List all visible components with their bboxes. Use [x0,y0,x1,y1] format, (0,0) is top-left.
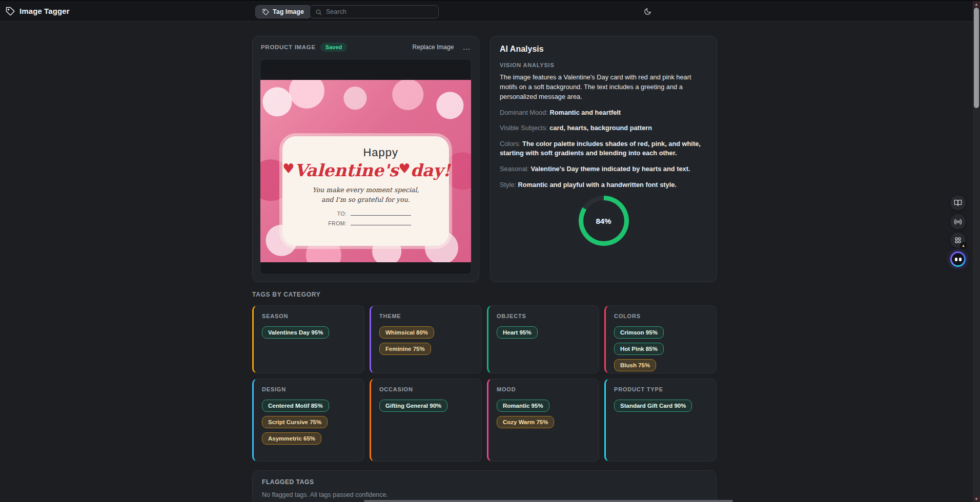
category-card-occasion: OCCASION Gifting General 90% [370,379,482,462]
tag-pill[interactable]: Whimsical 80% [379,326,434,339]
tag-pill[interactable]: Crimson 95% [614,326,664,339]
theme-toggle-button[interactable] [641,7,654,16]
vision-analysis-label: VISION ANALYSIS [500,62,707,68]
tag-image-label: Tag Image [273,8,304,15]
tag-pill[interactable]: Standard Gift Card 90% [614,400,692,412]
book-icon [954,199,962,207]
more-options-button[interactable]: ... [463,45,471,50]
category-label: MOOD [497,386,590,392]
ai-analysis-card: AI Analysis VISION ANALYSIS The image fe… [490,36,717,282]
tags-by-category-title: TAGS BY CATEGORY [252,291,320,298]
moon-icon [644,8,651,15]
valentine-script-text: ♥Valentine's♥day! [282,160,449,180]
scroll-down-arrow[interactable]: ▼ [973,496,980,502]
ai-field-visible-subjects: Visible Subjects: card, hearts, backgrou… [500,123,707,133]
heart-icon: ♥ [282,161,294,176]
tag-icon [6,7,15,16]
tag-pill[interactable]: Centered Motif 85% [262,400,329,412]
card-fill-lines: TO: FROM: [282,211,449,226]
category-label: OCCASION [379,386,473,392]
flagged-tags-title: FLAGGED TAGS [262,478,707,486]
scrollbar-thumb[interactable] [974,8,979,108]
category-label: COLORS [614,313,708,319]
card-message: You make every moment special, and I'm s… [282,185,449,205]
assistant-extension-icon [952,253,964,265]
product-card-header: PRODUCT IMAGE Saved Replace Image ... [253,36,479,52]
category-card-objects: OBJECTS Heart 95% [487,305,599,373]
app-logo: Image Tagger [6,7,70,16]
scroll-up-arrow[interactable]: ▲ [973,1,980,8]
product-photo: Happy ♥Valentine's♥day! You make every m… [260,80,471,262]
category-card-colors: COLORS Crimson 95% Hot Pink 85% Blush 75… [604,305,717,373]
circles-grid-button[interactable]: ▲ [950,233,966,248]
tag-icon [262,9,269,15]
replace-image-button[interactable]: Replace Image [413,44,454,51]
top-bar: Image Tagger Tag Image [0,1,973,22]
category-card-product-type: PRODUCT TYPE Standard Gift Card 90% [604,379,717,462]
vertical-scrollbar[interactable]: ▲ ▼ [973,1,980,502]
horizontal-scrollbar-thumb[interactable] [364,500,733,502]
tag-pill[interactable]: Blush 75% [614,359,656,371]
broadcast-button[interactable] [950,214,966,229]
ai-analysis-title: AI Analysis [500,45,707,54]
tag-pill[interactable]: Valentines Day 95% [262,326,329,339]
broadcast-icon [954,218,962,226]
category-label: DESIGN [262,386,356,392]
product-image-frame: Happy ♥Valentine's♥day! You make every m… [260,59,472,275]
ai-field-style: Style: Romantic and playful with a handw… [500,180,707,190]
vision-analysis-description: The image features a Valentine's Day car… [500,73,707,102]
category-card-mood: MOOD Romantic 95% Cozy Warm 75% [487,379,599,462]
tag-pill[interactable]: Asymmetric 65% [262,432,321,445]
confidence-ring: 84% [579,196,629,246]
category-card-design: DESIGN Centered Motif 85% Script Cursive… [252,379,364,462]
flagged-tags-card: FLAGGED TAGS No flagged tags. All tags p… [252,470,717,502]
tag-pill[interactable]: Hot Pink 85% [614,343,664,355]
confidence-percentage: 84% [596,217,611,225]
category-label: SEASON [262,313,356,319]
heart-icon: ♥ [398,161,410,176]
saved-badge: Saved [320,43,347,52]
warning-badge-icon: ▲ [960,242,967,249]
search-icon [315,9,322,15]
valentine-card-graphic: Happy ♥Valentine's♥day! You make every m… [282,136,449,246]
category-label: PRODUCT TYPE [614,386,708,392]
ai-field-dominant-mood: Dominant Mood: Romantic and heartfelt [500,108,707,118]
tag-pill[interactable]: Heart 95% [497,326,538,339]
tags-grid: SEASON Valentines Day 95% THEME Whimsica… [252,305,717,462]
tag-pill[interactable]: Gifting General 90% [379,400,447,412]
app-window: Image Tagger Tag Image PRODUCT IMAGE Sav… [0,0,980,502]
book-button[interactable] [950,195,966,211]
assistant-extension-button[interactable] [950,252,966,267]
tag-pill[interactable]: Romantic 95% [497,400,549,412]
category-label: OBJECTS [497,313,590,319]
ai-field-colors: Colors: The color palette includes shade… [500,139,707,158]
category-label: THEME [379,313,473,319]
app-title: Image Tagger [19,7,70,15]
category-card-season: SEASON Valentines Day 95% [252,305,364,373]
search-box[interactable] [310,5,439,18]
search-input[interactable] [326,8,433,15]
tag-pill[interactable]: Script Cursive 75% [262,416,328,428]
tag-image-button[interactable]: Tag Image [255,5,311,18]
category-card-theme: THEME Whimsical 80% Feminine 75% [370,305,482,373]
ai-field-seasonal: Seasonal: Valentine's Day theme indicate… [500,164,707,174]
tag-pill[interactable]: Cozy Warm 75% [497,416,554,428]
product-image-card: PRODUCT IMAGE Saved Replace Image ... Ha… [252,36,479,282]
flagged-tags-message: No flagged tags. All tags passed confide… [262,491,707,498]
greeting-text: Happy [313,146,449,159]
tag-pill[interactable]: Feminine 75% [379,343,431,355]
product-image-title: PRODUCT IMAGE [261,44,316,50]
